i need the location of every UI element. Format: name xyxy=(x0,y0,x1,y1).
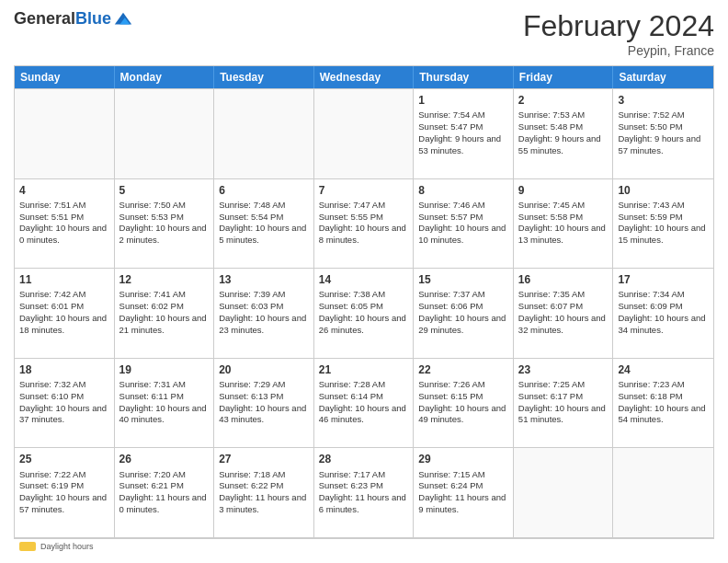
day-number: 24 xyxy=(618,362,709,377)
sunrise-text: Sunrise: 7:18 AM xyxy=(219,469,285,479)
daylight-text: Daylight: 10 hours and 49 minutes. xyxy=(418,403,506,425)
day-cell-20: 20Sunrise: 7:29 AMSunset: 6:13 PMDayligh… xyxy=(214,359,314,448)
day-cell-17: 17Sunrise: 7:34 AMSunset: 6:09 PMDayligh… xyxy=(613,269,713,358)
sunrise-text: Sunrise: 7:15 AM xyxy=(418,469,484,479)
calendar: SundayMondayTuesdayWednesdayThursdayFrid… xyxy=(14,65,714,538)
sunset-text: Sunset: 5:58 PM xyxy=(518,212,583,222)
sunrise-text: Sunrise: 7:22 AM xyxy=(19,469,85,479)
day-of-week-friday: Friday xyxy=(514,66,614,88)
day-number: 1 xyxy=(418,93,508,108)
daylight-text: Daylight: 10 hours and 8 minutes. xyxy=(319,223,406,245)
empty-cell xyxy=(314,89,415,178)
day-number: 29 xyxy=(418,452,508,466)
daylight-text: Daylight: 10 hours and 18 minutes. xyxy=(19,313,107,335)
sunrise-text: Sunrise: 7:51 AM xyxy=(19,200,85,210)
day-number: 25 xyxy=(19,452,109,466)
calendar-header: SundayMondayTuesdayWednesdayThursdayFrid… xyxy=(15,66,713,88)
day-number: 14 xyxy=(319,272,409,287)
sunrise-text: Sunrise: 7:39 AM xyxy=(219,289,285,299)
daylight-text: Daylight: 11 hours and 3 minutes. xyxy=(219,492,306,514)
daylight-footer: Daylight hours xyxy=(14,538,714,554)
sunset-text: Sunset: 5:54 PM xyxy=(219,212,283,222)
day-number: 23 xyxy=(518,362,609,377)
calendar-body: 1Sunrise: 7:54 AMSunset: 5:47 PMDaylight… xyxy=(15,88,713,537)
day-number: 15 xyxy=(418,272,508,287)
day-number: 3 xyxy=(618,93,709,108)
daylight-text: Daylight: 10 hours and 51 minutes. xyxy=(518,403,606,425)
daylight-text: Daylight: 10 hours and 43 minutes. xyxy=(219,403,306,425)
sunrise-text: Sunrise: 7:37 AM xyxy=(418,289,484,299)
sunset-text: Sunset: 6:14 PM xyxy=(319,391,383,401)
location: Peypin, France xyxy=(523,43,714,58)
daylight-text: Daylight: 9 hours and 55 minutes. xyxy=(518,133,601,155)
daylight-text: Daylight: 10 hours and 32 minutes. xyxy=(518,313,606,335)
sunrise-text: Sunrise: 7:45 AM xyxy=(518,200,585,210)
day-number: 16 xyxy=(518,272,609,287)
sunset-text: Sunset: 5:50 PM xyxy=(618,121,682,132)
sunset-text: Sunset: 6:18 PM xyxy=(618,391,682,401)
day-cell-21: 21Sunrise: 7:28 AMSunset: 6:14 PMDayligh… xyxy=(314,359,415,448)
day-of-week-thursday: Thursday xyxy=(414,66,514,88)
sunset-text: Sunset: 5:57 PM xyxy=(418,212,483,222)
day-number: 20 xyxy=(219,362,309,377)
sunrise-text: Sunrise: 7:35 AM xyxy=(518,289,585,299)
day-number: 12 xyxy=(119,272,210,287)
logo-blue-text: Blue xyxy=(75,9,111,28)
day-cell-10: 10Sunrise: 7:43 AMSunset: 5:59 PMDayligh… xyxy=(613,179,713,269)
daylight-text: Daylight: 10 hours and 10 minutes. xyxy=(418,223,506,245)
page: GeneralBlue February 2024 Peypin, France… xyxy=(0,0,728,563)
day-number: 4 xyxy=(19,183,109,198)
day-of-week-sunday: Sunday xyxy=(15,66,115,88)
daylight-text: Daylight: 10 hours and 46 minutes. xyxy=(319,403,406,425)
day-number: 28 xyxy=(319,452,409,466)
calendar-row-1: 4Sunrise: 7:51 AMSunset: 5:51 PMDaylight… xyxy=(15,178,713,269)
day-cell-22: 22Sunrise: 7:26 AMSunset: 6:15 PMDayligh… xyxy=(414,359,514,448)
sunset-text: Sunset: 6:24 PM xyxy=(418,480,483,490)
empty-cell xyxy=(613,448,713,537)
sunset-text: Sunset: 6:06 PM xyxy=(418,301,483,311)
calendar-row-2: 11Sunrise: 7:42 AMSunset: 6:01 PMDayligh… xyxy=(15,268,713,358)
daylight-text: Daylight: 10 hours and 54 minutes. xyxy=(618,403,705,425)
day-number: 6 xyxy=(219,183,309,198)
sunrise-text: Sunrise: 7:31 AM xyxy=(119,379,186,389)
sunrise-text: Sunrise: 7:20 AM xyxy=(119,469,186,479)
sunset-text: Sunset: 6:11 PM xyxy=(119,391,184,401)
sunset-text: Sunset: 5:55 PM xyxy=(319,212,383,222)
sunrise-text: Sunrise: 7:42 AM xyxy=(19,289,85,299)
sunrise-text: Sunrise: 7:46 AM xyxy=(418,200,484,210)
daylight-text: Daylight: 10 hours and 21 minutes. xyxy=(119,313,207,335)
logo: GeneralBlue xyxy=(14,9,133,29)
day-cell-28: 28Sunrise: 7:17 AMSunset: 6:23 PMDayligh… xyxy=(314,448,415,537)
daylight-label-text: Daylight hours xyxy=(40,542,94,551)
sunrise-text: Sunrise: 7:53 AM xyxy=(518,109,585,120)
day-cell-23: 23Sunrise: 7:25 AMSunset: 6:17 PMDayligh… xyxy=(514,359,614,448)
day-number: 26 xyxy=(119,452,210,466)
daylight-text: Daylight: 10 hours and 29 minutes. xyxy=(418,313,506,335)
sunset-text: Sunset: 5:51 PM xyxy=(19,212,84,222)
day-cell-24: 24Sunrise: 7:23 AMSunset: 6:18 PMDayligh… xyxy=(613,359,713,448)
daylight-text: Daylight: 10 hours and 40 minutes. xyxy=(119,403,207,425)
sunrise-text: Sunrise: 7:38 AM xyxy=(319,289,385,299)
calendar-row-4: 25Sunrise: 7:22 AMSunset: 6:19 PMDayligh… xyxy=(15,447,713,537)
day-number: 5 xyxy=(119,183,210,198)
logo-general-text: General xyxy=(14,9,75,28)
day-cell-8: 8Sunrise: 7:46 AMSunset: 5:57 PMDaylight… xyxy=(414,179,514,269)
day-cell-25: 25Sunrise: 7:22 AMSunset: 6:19 PMDayligh… xyxy=(15,448,115,537)
day-number: 8 xyxy=(418,183,508,198)
day-number: 22 xyxy=(418,362,508,377)
sunset-text: Sunset: 6:01 PM xyxy=(19,301,84,311)
day-number: 7 xyxy=(319,183,409,198)
sunrise-text: Sunrise: 7:43 AM xyxy=(618,200,684,210)
day-of-week-saturday: Saturday xyxy=(613,66,713,88)
day-cell-4: 4Sunrise: 7:51 AMSunset: 5:51 PMDaylight… xyxy=(15,179,115,269)
sunset-text: Sunset: 6:21 PM xyxy=(119,480,184,490)
daylight-text: Daylight: 10 hours and 5 minutes. xyxy=(219,223,306,245)
day-cell-7: 7Sunrise: 7:47 AMSunset: 5:55 PMDaylight… xyxy=(314,179,415,269)
sunset-text: Sunset: 5:47 PM xyxy=(418,121,483,132)
daylight-text: Daylight: 9 hours and 53 minutes. xyxy=(418,133,501,155)
day-cell-11: 11Sunrise: 7:42 AMSunset: 6:01 PMDayligh… xyxy=(15,269,115,358)
daylight-text: Daylight: 10 hours and 37 minutes. xyxy=(19,403,107,425)
sunset-text: Sunset: 6:13 PM xyxy=(219,391,283,401)
calendar-row-3: 18Sunrise: 7:32 AMSunset: 6:10 PMDayligh… xyxy=(15,358,713,448)
day-of-week-wednesday: Wednesday xyxy=(314,66,415,88)
